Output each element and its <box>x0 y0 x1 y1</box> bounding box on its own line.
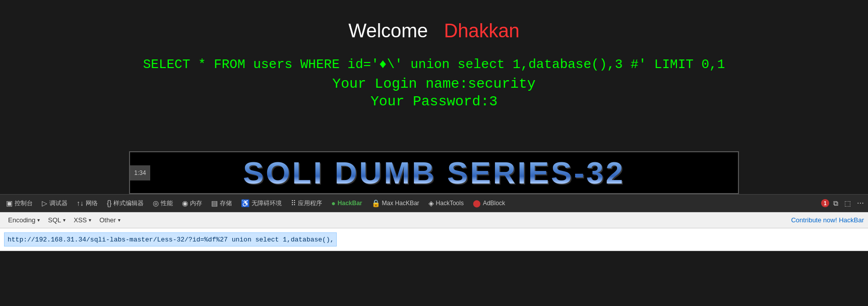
encoding-label: Encoding <box>8 216 35 224</box>
performance-icon: ◎ <box>153 199 159 207</box>
apps-icon: ⠿ <box>291 199 296 207</box>
devtools-memory[interactable]: ◉ 内存 <box>178 197 206 210</box>
main-content: Welcome Dhakkan SELECT * FROM users WHER… <box>0 0 868 151</box>
memory-icon: ◉ <box>182 199 188 207</box>
max-hackbar-icon: 🔒 <box>371 199 380 207</box>
devtools-hackbar[interactable]: ● HackBar <box>327 197 366 209</box>
network-icon: ↑↓ <box>77 199 84 207</box>
hacktools-icon: ◈ <box>428 199 434 207</box>
sql-query-display: SELECT * FROM users WHERE id='♦\' union … <box>0 57 868 72</box>
hackbar-dot-icon: ● <box>331 199 335 207</box>
error-badge: 1 <box>821 199 829 207</box>
other-menu[interactable]: Other ▾ <box>95 214 125 226</box>
xss-arrow: ▾ <box>89 217 91 223</box>
devtools-right-controls: 1 ⧉ ⬚ ⋯ <box>821 198 866 209</box>
banner-area: 1:34 SOLI DUMB SERIES-32 <box>0 151 868 194</box>
style-editor-icon: {} <box>107 199 111 207</box>
url-input[interactable] <box>4 232 337 247</box>
devtools-debugger[interactable]: ▷ 调试器 <box>38 197 72 210</box>
username-display: Dhakkan <box>444 20 520 41</box>
xss-menu[interactable]: XSS ▾ <box>70 214 95 226</box>
devtools-accessibility[interactable]: ♿ 无障碍环境 <box>237 197 286 210</box>
adblock-icon: ⬤ <box>473 199 481 207</box>
encoding-menu[interactable]: Encoding ▾ <box>4 214 44 226</box>
hackbar-toolbar: Encoding ▾ SQL ▾ XSS ▾ Other ▾ Contribut… <box>0 212 868 228</box>
welcome-line: Welcome Dhakkan <box>0 20 868 42</box>
welcome-label: Welcome <box>348 20 428 41</box>
devtools-hacktools[interactable]: ◈ HackTools <box>424 197 468 209</box>
devtools-performance[interactable]: ◎ 性能 <box>149 197 177 210</box>
storage-icon: ▤ <box>211 199 218 207</box>
xss-label: XSS <box>74 216 87 224</box>
devtools-apps[interactable]: ⠿ 应用程序 <box>287 197 326 210</box>
other-arrow: ▾ <box>118 217 120 223</box>
contribute-link[interactable]: Contribute now! HackBar <box>791 216 864 224</box>
sql-label: SQL <box>48 216 61 224</box>
devtools-storage[interactable]: ▤ 存储 <box>207 197 236 210</box>
devtools-console[interactable]: ▣ 控制台 <box>2 197 37 210</box>
devtools-split-button[interactable]: ⧉ <box>831 198 840 209</box>
password-display: Your Password:3 <box>0 94 868 109</box>
devtools-more-button[interactable]: ⋯ <box>855 198 866 208</box>
devtools-dock-button[interactable]: ⬚ <box>842 198 853 208</box>
debugger-icon: ▷ <box>42 199 47 207</box>
encoding-arrow: ▾ <box>37 217 40 223</box>
devtools-max-hackbar[interactable]: 🔒 Max HacKBar <box>367 197 423 209</box>
login-name-display: Your Login name:security <box>0 76 868 92</box>
devtools-style-editor[interactable]: {} 样式编辑器 <box>103 197 148 210</box>
other-label: Other <box>99 216 116 224</box>
scroll-indicator: 1:34 <box>130 165 150 180</box>
devtools-toolbar: ▣ 控制台 ▷ 调试器 ↑↓ 网络 {} 样式编辑器 ◎ 性能 ◉ 内存 ▤ 存… <box>0 194 868 212</box>
sql-arrow: ▾ <box>63 217 66 223</box>
url-input-area <box>0 228 868 251</box>
sql-menu[interactable]: SQL ▾ <box>44 214 70 226</box>
accessibility-icon: ♿ <box>241 199 250 207</box>
banner-text: SOLI DUMB SERIES-32 <box>243 155 625 191</box>
devtools-network[interactable]: ↑↓ 网络 <box>73 197 102 210</box>
devtools-adblock[interactable]: ⬤ AdBlock <box>469 197 509 209</box>
console-icon: ▣ <box>6 199 13 207</box>
banner-container: 1:34 SOLI DUMB SERIES-32 <box>129 151 739 194</box>
